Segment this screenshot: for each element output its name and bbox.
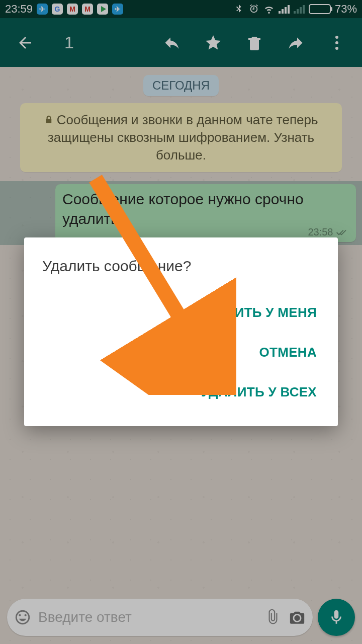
delete-dialog: Удалить сообщение? УДАЛИТЬ У МЕНЯ ОТМЕНА… xyxy=(24,237,338,426)
cancel-button[interactable]: ОТМЕНА xyxy=(42,333,320,372)
dialog-title: Удалить сообщение? xyxy=(42,258,320,275)
delete-for-me-button[interactable]: УДАЛИТЬ У МЕНЯ xyxy=(42,293,320,333)
delete-for-all-button[interactable]: УДАЛИТЬ У ВСЕХ xyxy=(42,372,320,412)
